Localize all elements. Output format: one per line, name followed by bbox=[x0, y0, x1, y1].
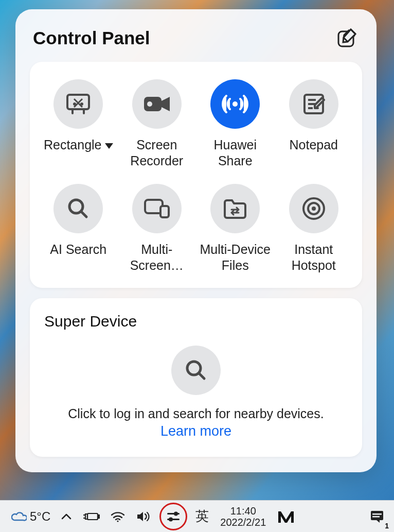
search-icon bbox=[184, 358, 208, 383]
panel-header: Control Panel bbox=[30, 24, 362, 62]
notification-icon bbox=[369, 509, 385, 524]
tile-multi-device-files[interactable]: Multi-Device Files bbox=[196, 184, 275, 274]
tile-label-text: Rectangle bbox=[44, 137, 102, 153]
tile-ai-search[interactable]: AI Search bbox=[39, 184, 118, 274]
chevron-up-icon bbox=[61, 513, 72, 520]
speaker-icon bbox=[136, 510, 151, 523]
dropdown-caret-icon[interactable] bbox=[105, 143, 113, 149]
quick-actions-card: Rectangle Screen Recorder bbox=[30, 62, 362, 288]
tile-instant-hotspot[interactable]: Instant Hotspot bbox=[275, 184, 353, 274]
taskbar-temperature: 5°C bbox=[30, 509, 50, 524]
tile-label: Instant Hotspot bbox=[275, 242, 353, 274]
taskbar-clock[interactable]: 11:40 2022/2/21 bbox=[214, 505, 272, 528]
svg-point-22 bbox=[117, 520, 119, 522]
taskbar: 5°C bbox=[0, 500, 394, 532]
svg-point-25 bbox=[174, 511, 178, 516]
taskbar-control-panel-button[interactable] bbox=[156, 501, 190, 532]
svg-rect-14 bbox=[160, 206, 169, 217]
svg-rect-27 bbox=[371, 511, 383, 520]
super-device-prompt: Click to log in and search for nearby de… bbox=[68, 406, 324, 421]
svg-rect-29 bbox=[372, 516, 380, 518]
taskbar-ime[interactable]: 英 bbox=[190, 501, 214, 532]
taskbar-app-m[interactable] bbox=[272, 501, 300, 532]
broadcast-icon bbox=[210, 79, 260, 129]
notepad-icon bbox=[289, 79, 338, 129]
svg-point-6 bbox=[232, 101, 238, 107]
svg-line-19 bbox=[199, 373, 204, 379]
svg-rect-21 bbox=[98, 515, 99, 518]
svg-rect-28 bbox=[372, 513, 382, 515]
panel-title: Control Panel bbox=[33, 28, 150, 48]
tile-label: Huawei Share bbox=[196, 137, 275, 169]
multi-screen-icon bbox=[132, 184, 182, 233]
tile-notepad[interactable]: Notepad bbox=[275, 79, 353, 169]
super-device-title: Super Device bbox=[44, 313, 348, 330]
taskbar-volume[interactable] bbox=[131, 501, 156, 532]
sliders-icon bbox=[166, 510, 181, 523]
super-device-search-button[interactable] bbox=[171, 346, 221, 395]
svg-line-12 bbox=[81, 212, 86, 217]
tile-label: Rectangle bbox=[44, 137, 113, 169]
tile-label: AI Search bbox=[50, 242, 106, 273]
tile-label: Screen Recorder bbox=[118, 137, 196, 169]
tile-huawei-share[interactable]: Huawei Share bbox=[196, 79, 275, 169]
tile-screen-recorder[interactable]: Screen Recorder bbox=[118, 79, 196, 169]
folder-sync-icon bbox=[210, 184, 260, 233]
tile-label: Multi-Screen… bbox=[118, 242, 196, 274]
super-device-card: Super Device Click to log in and search … bbox=[30, 298, 362, 457]
taskbar-time: 11:40 bbox=[230, 505, 256, 517]
svg-rect-4 bbox=[144, 97, 162, 111]
learn-more-link[interactable]: Learn more bbox=[160, 423, 231, 439]
hotspot-icon bbox=[289, 184, 338, 233]
tile-label: Multi-Device Files bbox=[196, 242, 275, 274]
edit-button[interactable] bbox=[334, 26, 359, 50]
svg-rect-20 bbox=[87, 513, 98, 520]
taskbar-weather[interactable]: 5°C bbox=[6, 501, 56, 532]
ime-label: 英 bbox=[195, 507, 209, 525]
weather-cloud-icon bbox=[11, 511, 27, 522]
svg-point-26 bbox=[169, 517, 173, 521]
tile-multi-screen[interactable]: Multi-Screen… bbox=[118, 184, 196, 274]
edit-icon bbox=[336, 28, 357, 48]
quick-actions-grid: Rectangle Screen Recorder bbox=[39, 79, 353, 273]
taskbar-power[interactable] bbox=[77, 501, 105, 532]
taskbar-tray-chevron[interactable] bbox=[56, 501, 77, 532]
control-panel: Control Panel bbox=[15, 9, 377, 472]
search-icon bbox=[53, 184, 103, 233]
notification-badge: 1 bbox=[385, 522, 389, 530]
taskbar-notifications[interactable]: 1 bbox=[364, 501, 390, 532]
screenshot-icon bbox=[53, 79, 103, 129]
power-plug-icon bbox=[82, 511, 100, 522]
video-camera-icon bbox=[132, 79, 182, 129]
wifi-icon bbox=[110, 510, 126, 523]
taskbar-wifi[interactable] bbox=[105, 501, 131, 532]
svg-point-5 bbox=[147, 101, 152, 107]
tile-label: Notepad bbox=[289, 137, 338, 169]
svg-point-17 bbox=[312, 207, 316, 211]
m-logo-icon bbox=[277, 509, 295, 524]
taskbar-date: 2022/2/21 bbox=[220, 517, 266, 528]
tile-rectangle-screenshot[interactable]: Rectangle bbox=[39, 79, 118, 169]
